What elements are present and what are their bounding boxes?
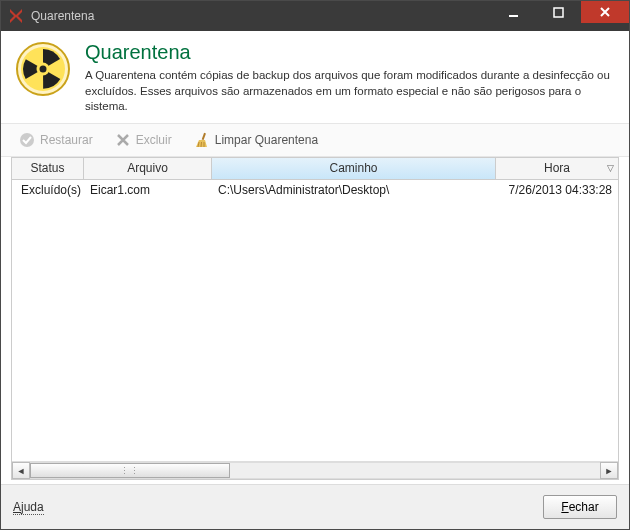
table-row[interactable]: Excluído(s) Eicar1.com C:\Users\Administ… [12,180,618,200]
window-title: Quarentena [31,9,94,23]
svg-point-6 [40,66,47,73]
scroll-right-button[interactable]: ► [600,462,618,479]
header-texts: Quarentena A Quarentena contém cópias de… [85,41,615,115]
column-header-time[interactable]: Hora ▽ [496,158,618,179]
hazard-icon [15,41,71,97]
maximize-button[interactable] [536,1,581,23]
close-window-button[interactable] [581,1,629,23]
sort-indicator-icon: ▽ [607,163,614,173]
cell-path: C:\Users\Administrator\Desktop\ [212,183,496,197]
broom-icon [194,132,210,148]
app-icon [7,7,25,25]
column-header-status[interactable]: Status [12,158,84,179]
quarantine-window: Quarentena [0,0,630,530]
maximize-icon [553,7,564,18]
help-label: Ajuda [13,500,44,514]
close-button[interactable]: Fechar [543,495,617,519]
titlebar[interactable]: Quarentena [1,1,629,31]
column-header-path-label: Caminho [329,161,377,175]
cell-status: Excluído(s) [12,183,84,197]
minimize-icon [508,7,519,18]
column-header-path[interactable]: Caminho [212,158,496,179]
status-text: Excluído(s) [21,183,81,197]
scroll-track[interactable]: ⋮⋮ [30,462,600,479]
window-controls [491,1,629,31]
minimize-button[interactable] [491,1,536,23]
table-header: Status Arquivo Caminho Hora ▽ [12,158,618,180]
help-link[interactable]: Ajuda [13,500,44,515]
table-body[interactable]: Excluído(s) Eicar1.com C:\Users\Administ… [12,180,618,461]
svg-point-7 [20,133,34,147]
scroll-grip-icon: ⋮⋮ [120,466,140,476]
scroll-thumb[interactable]: ⋮⋮ [30,463,230,478]
close-icon [599,6,611,18]
horizontal-scrollbar[interactable]: ◄ ⋮⋮ ► [12,461,618,479]
header-area: Quarentena A Quarentena contém cópias de… [1,31,629,123]
cell-time: 7/26/2013 04:33:28 [496,183,618,197]
svg-rect-0 [509,15,518,17]
delete-button[interactable]: Excluir [111,130,176,150]
restore-label: Restaurar [40,133,93,147]
svg-rect-8 [201,132,205,139]
footer: Ajuda Fechar [1,484,629,529]
toolbar: Restaurar Excluir Limpar Quarentena [1,123,629,157]
page-description: A Quarentena contém cópias de backup dos… [85,68,615,115]
check-icon [19,132,35,148]
quarantine-table: Status Arquivo Caminho Hora ▽ Excluído(s… [11,157,619,480]
x-icon [115,132,131,148]
delete-label: Excluir [136,133,172,147]
svg-rect-1 [554,8,563,17]
cell-file: Eicar1.com [84,183,212,197]
clear-quarantine-button[interactable]: Limpar Quarentena [190,130,322,150]
scroll-left-button[interactable]: ◄ [12,462,30,479]
column-header-file[interactable]: Arquivo [84,158,212,179]
page-title: Quarentena [85,41,615,64]
column-header-time-label: Hora [544,161,570,175]
close-button-label: Fechar [561,500,598,514]
clear-label: Limpar Quarentena [215,133,318,147]
restore-button[interactable]: Restaurar [15,130,97,150]
